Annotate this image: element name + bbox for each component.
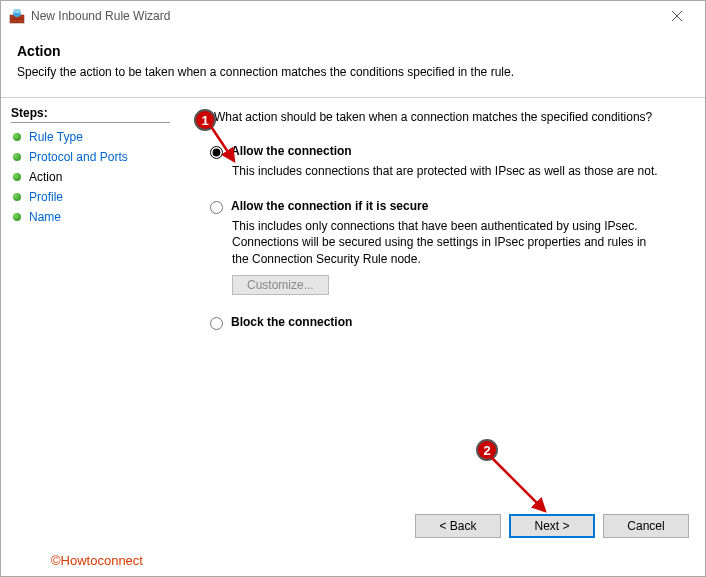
steps-sidebar: Steps: Rule Type Protocol and Ports Acti… bbox=[1, 98, 176, 497]
action-prompt: What action should be taken when a conne… bbox=[214, 110, 681, 124]
bullet-icon bbox=[13, 133, 21, 141]
content-panel: What action should be taken when a conne… bbox=[176, 98, 705, 497]
step-rule-type[interactable]: Rule Type bbox=[11, 127, 170, 147]
step-label: Name bbox=[29, 210, 61, 224]
step-label: Rule Type bbox=[29, 130, 83, 144]
step-profile[interactable]: Profile bbox=[11, 187, 170, 207]
option-desc: This includes only connections that have… bbox=[232, 218, 662, 267]
customize-button: Customize... bbox=[232, 275, 329, 295]
step-label: Profile bbox=[29, 190, 63, 204]
step-action: Action bbox=[11, 167, 170, 187]
option-label[interactable]: Block the connection bbox=[231, 315, 352, 329]
option-desc: This includes connections that are prote… bbox=[232, 163, 662, 179]
page-subtitle: Specify the action to be taken when a co… bbox=[17, 65, 689, 79]
option-allow-if-secure: Allow the connection if it is secure Thi… bbox=[210, 199, 681, 295]
option-label[interactable]: Allow the connection if it is secure bbox=[231, 199, 428, 213]
watermark: ©Howtoconnect bbox=[51, 553, 143, 568]
steps-heading: Steps: bbox=[11, 106, 170, 123]
bullet-icon bbox=[13, 193, 21, 201]
radio-allow-connection[interactable] bbox=[210, 146, 223, 159]
step-label: Action bbox=[29, 170, 62, 184]
back-button[interactable]: < Back bbox=[415, 514, 501, 538]
radio-allow-if-secure[interactable] bbox=[210, 201, 223, 214]
step-protocol-and-ports[interactable]: Protocol and Ports bbox=[11, 147, 170, 167]
cancel-button[interactable]: Cancel bbox=[603, 514, 689, 538]
main-area: Steps: Rule Type Protocol and Ports Acti… bbox=[1, 98, 705, 497]
option-block-connection: Block the connection bbox=[210, 315, 681, 330]
step-label: Protocol and Ports bbox=[29, 150, 128, 164]
bullet-icon bbox=[13, 153, 21, 161]
annotation-marker-1: 1 bbox=[194, 109, 216, 131]
wizard-footer: < Back Next > Cancel bbox=[415, 514, 689, 538]
close-icon bbox=[672, 11, 682, 21]
wizard-header: Action Specify the action to be taken wh… bbox=[1, 31, 705, 89]
option-allow-connection: Allow the connection This includes conne… bbox=[210, 144, 681, 179]
firewall-icon bbox=[9, 8, 25, 24]
bullet-icon bbox=[13, 173, 21, 181]
close-button[interactable] bbox=[654, 2, 699, 30]
option-label[interactable]: Allow the connection bbox=[231, 144, 352, 158]
next-button[interactable]: Next > bbox=[509, 514, 595, 538]
step-name[interactable]: Name bbox=[11, 207, 170, 227]
bullet-icon bbox=[13, 213, 21, 221]
titlebar: New Inbound Rule Wizard bbox=[1, 1, 705, 31]
window-title: New Inbound Rule Wizard bbox=[31, 9, 654, 23]
annotation-marker-2: 2 bbox=[476, 439, 498, 461]
radio-block-connection[interactable] bbox=[210, 317, 223, 330]
page-title: Action bbox=[17, 43, 689, 59]
